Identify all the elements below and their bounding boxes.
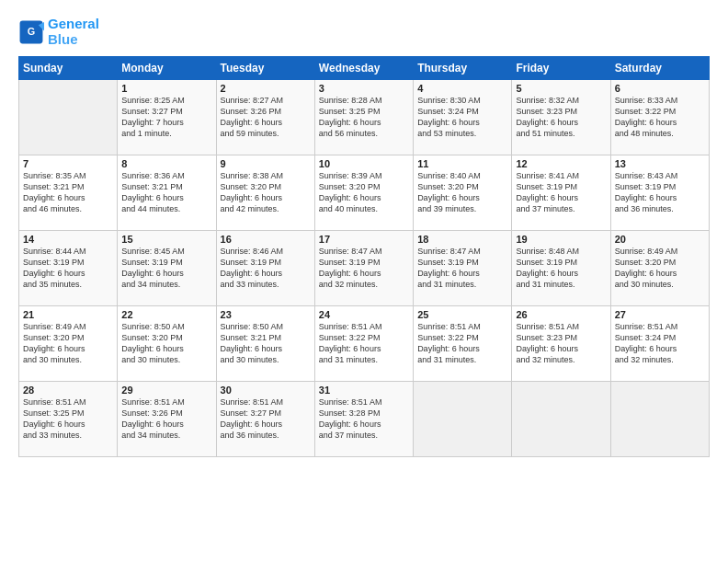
day-cell: 18Sunrise: 8:47 AMSunset: 3:19 PMDayligh… <box>414 231 512 306</box>
day-cell: 16Sunrise: 8:46 AMSunset: 3:19 PMDayligh… <box>216 231 314 306</box>
day-info: Sunrise: 8:38 AMSunset: 3:20 PMDaylight:… <box>221 170 311 215</box>
day-info: Sunrise: 8:47 AMSunset: 3:19 PMDaylight:… <box>319 246 409 291</box>
day-number: 19 <box>516 234 606 245</box>
day-cell: 12Sunrise: 8:41 AMSunset: 3:19 PMDayligh… <box>512 155 610 231</box>
day-cell: 25Sunrise: 8:51 AMSunset: 3:22 PMDayligh… <box>414 306 512 382</box>
col-header-friday: Friday <box>512 57 610 80</box>
day-cell: 26Sunrise: 8:51 AMSunset: 3:23 PMDayligh… <box>512 306 610 382</box>
day-info: Sunrise: 8:49 AMSunset: 3:20 PMDaylight:… <box>23 321 113 366</box>
day-number: 20 <box>615 234 705 245</box>
logo-icon: G <box>18 19 44 45</box>
day-number: 31 <box>319 385 409 396</box>
week-row-1: 1Sunrise: 8:25 AMSunset: 3:27 PMDaylight… <box>19 80 710 155</box>
day-cell: 11Sunrise: 8:40 AMSunset: 3:20 PMDayligh… <box>414 155 512 231</box>
day-number: 9 <box>221 158 311 169</box>
day-cell <box>414 382 512 457</box>
calendar-table: SundayMondayTuesdayWednesdayThursdayFrid… <box>18 56 710 457</box>
day-info: Sunrise: 8:27 AMSunset: 3:26 PMDaylight:… <box>221 95 311 140</box>
day-cell: 27Sunrise: 8:51 AMSunset: 3:24 PMDayligh… <box>610 306 709 382</box>
day-number: 7 <box>23 158 113 169</box>
day-info: Sunrise: 8:33 AMSunset: 3:22 PMDaylight:… <box>615 95 705 140</box>
day-info: Sunrise: 8:51 AMSunset: 3:28 PMDaylight:… <box>319 396 409 442</box>
day-cell: 15Sunrise: 8:45 AMSunset: 3:19 PMDayligh… <box>118 231 216 306</box>
week-row-4: 21Sunrise: 8:49 AMSunset: 3:20 PMDayligh… <box>19 306 710 382</box>
day-number: 15 <box>121 234 211 245</box>
day-number: 17 <box>319 234 409 245</box>
day-number: 24 <box>319 309 409 320</box>
col-header-saturday: Saturday <box>610 57 709 80</box>
day-number: 26 <box>516 309 606 320</box>
day-info: Sunrise: 8:46 AMSunset: 3:19 PMDaylight:… <box>221 246 311 291</box>
week-row-3: 14Sunrise: 8:44 AMSunset: 3:19 PMDayligh… <box>19 231 710 306</box>
day-cell: 13Sunrise: 8:43 AMSunset: 3:19 PMDayligh… <box>610 155 709 231</box>
day-info: Sunrise: 8:51 AMSunset: 3:22 PMDaylight:… <box>417 321 507 366</box>
day-info: Sunrise: 8:51 AMSunset: 3:25 PMDaylight:… <box>23 396 113 442</box>
day-number: 1 <box>121 83 211 94</box>
day-info: Sunrise: 8:30 AMSunset: 3:24 PMDaylight:… <box>417 95 507 140</box>
day-cell: 10Sunrise: 8:39 AMSunset: 3:20 PMDayligh… <box>314 155 413 231</box>
day-info: Sunrise: 8:49 AMSunset: 3:20 PMDaylight:… <box>615 246 705 291</box>
day-number: 4 <box>417 83 507 94</box>
day-info: Sunrise: 8:47 AMSunset: 3:19 PMDaylight:… <box>417 246 507 291</box>
day-cell: 31Sunrise: 8:51 AMSunset: 3:28 PMDayligh… <box>314 382 413 457</box>
day-cell: 22Sunrise: 8:50 AMSunset: 3:20 PMDayligh… <box>118 306 216 382</box>
day-cell <box>512 382 610 457</box>
day-number: 22 <box>121 309 211 320</box>
day-cell: 30Sunrise: 8:51 AMSunset: 3:27 PMDayligh… <box>216 382 314 457</box>
day-number: 5 <box>516 83 606 94</box>
day-cell <box>610 382 709 457</box>
day-info: Sunrise: 8:41 AMSunset: 3:19 PMDaylight:… <box>516 170 606 215</box>
day-info: Sunrise: 8:44 AMSunset: 3:19 PMDaylight:… <box>23 246 113 291</box>
day-cell <box>19 80 118 155</box>
day-cell: 5Sunrise: 8:32 AMSunset: 3:23 PMDaylight… <box>512 80 610 155</box>
day-info: Sunrise: 8:43 AMSunset: 3:19 PMDaylight:… <box>615 170 705 215</box>
week-row-2: 7Sunrise: 8:35 AMSunset: 3:21 PMDaylight… <box>19 155 710 231</box>
day-number: 16 <box>221 234 311 245</box>
day-info: Sunrise: 8:51 AMSunset: 3:27 PMDaylight:… <box>221 396 311 442</box>
day-cell: 1Sunrise: 8:25 AMSunset: 3:27 PMDaylight… <box>118 80 216 155</box>
day-info: Sunrise: 8:35 AMSunset: 3:21 PMDaylight:… <box>23 170 113 215</box>
day-info: Sunrise: 8:51 AMSunset: 3:23 PMDaylight:… <box>516 321 606 366</box>
week-row-5: 28Sunrise: 8:51 AMSunset: 3:25 PMDayligh… <box>19 382 710 457</box>
day-cell: 24Sunrise: 8:51 AMSunset: 3:22 PMDayligh… <box>314 306 413 382</box>
day-info: Sunrise: 8:51 AMSunset: 3:22 PMDaylight:… <box>319 321 409 366</box>
day-cell: 17Sunrise: 8:47 AMSunset: 3:19 PMDayligh… <box>314 231 413 306</box>
day-number: 21 <box>23 309 113 320</box>
day-info: Sunrise: 8:50 AMSunset: 3:20 PMDaylight:… <box>121 321 211 366</box>
day-number: 23 <box>221 309 311 320</box>
day-cell: 3Sunrise: 8:28 AMSunset: 3:25 PMDaylight… <box>314 80 413 155</box>
day-number: 25 <box>417 309 507 320</box>
page-header: G GeneralBlue <box>18 17 710 47</box>
day-info: Sunrise: 8:51 AMSunset: 3:26 PMDaylight:… <box>121 396 211 442</box>
day-number: 18 <box>417 234 507 245</box>
day-cell: 28Sunrise: 8:51 AMSunset: 3:25 PMDayligh… <box>19 382 118 457</box>
day-cell: 7Sunrise: 8:35 AMSunset: 3:21 PMDaylight… <box>19 155 118 231</box>
logo-text: GeneralBlue <box>48 17 99 47</box>
day-number: 28 <box>23 385 113 396</box>
day-cell: 20Sunrise: 8:49 AMSunset: 3:20 PMDayligh… <box>610 231 709 306</box>
col-header-wednesday: Wednesday <box>314 57 413 80</box>
day-cell: 14Sunrise: 8:44 AMSunset: 3:19 PMDayligh… <box>19 231 118 306</box>
day-number: 30 <box>221 385 311 396</box>
day-number: 2 <box>221 83 311 94</box>
col-header-thursday: Thursday <box>414 57 512 80</box>
day-number: 27 <box>615 309 705 320</box>
day-cell: 19Sunrise: 8:48 AMSunset: 3:19 PMDayligh… <box>512 231 610 306</box>
col-header-monday: Monday <box>118 57 216 80</box>
day-cell: 6Sunrise: 8:33 AMSunset: 3:22 PMDaylight… <box>610 80 709 155</box>
day-info: Sunrise: 8:39 AMSunset: 3:20 PMDaylight:… <box>319 170 409 215</box>
day-number: 12 <box>516 158 606 169</box>
day-cell: 8Sunrise: 8:36 AMSunset: 3:21 PMDaylight… <box>118 155 216 231</box>
day-info: Sunrise: 8:50 AMSunset: 3:21 PMDaylight:… <box>221 321 311 366</box>
day-cell: 9Sunrise: 8:38 AMSunset: 3:20 PMDaylight… <box>216 155 314 231</box>
day-info: Sunrise: 8:40 AMSunset: 3:20 PMDaylight:… <box>417 170 507 215</box>
logo: G GeneralBlue <box>18 17 99 47</box>
day-number: 10 <box>319 158 409 169</box>
day-number: 6 <box>615 83 705 94</box>
day-info: Sunrise: 8:48 AMSunset: 3:19 PMDaylight:… <box>516 246 606 291</box>
day-cell: 2Sunrise: 8:27 AMSunset: 3:26 PMDaylight… <box>216 80 314 155</box>
day-info: Sunrise: 8:45 AMSunset: 3:19 PMDaylight:… <box>121 246 211 291</box>
calendar-header-row: SundayMondayTuesdayWednesdayThursdayFrid… <box>19 57 710 80</box>
day-info: Sunrise: 8:36 AMSunset: 3:21 PMDaylight:… <box>121 170 211 215</box>
day-number: 8 <box>121 158 211 169</box>
